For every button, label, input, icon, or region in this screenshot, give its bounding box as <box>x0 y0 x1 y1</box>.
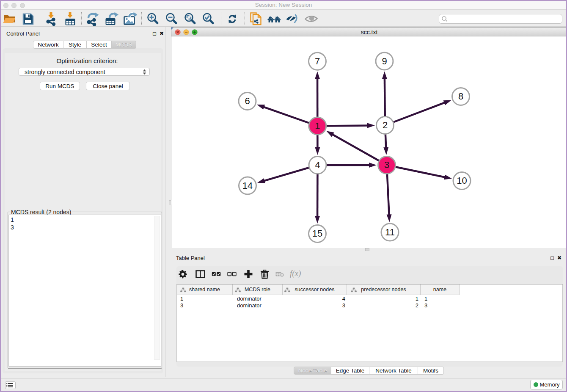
svg-text:6: 6 <box>245 96 250 106</box>
svg-text:15: 15 <box>312 228 322 239</box>
svg-text:14: 14 <box>242 180 253 191</box>
svg-text:9: 9 <box>382 56 387 66</box>
svg-text:2: 2 <box>383 120 388 130</box>
svg-text:11: 11 <box>385 227 395 237</box>
svg-text:8: 8 <box>458 91 463 102</box>
svg-text:10: 10 <box>457 175 467 186</box>
svg-text:7: 7 <box>315 56 320 66</box>
svg-text:3: 3 <box>384 160 389 170</box>
svg-text:4: 4 <box>315 160 320 170</box>
svg-text:1: 1 <box>315 121 320 131</box>
